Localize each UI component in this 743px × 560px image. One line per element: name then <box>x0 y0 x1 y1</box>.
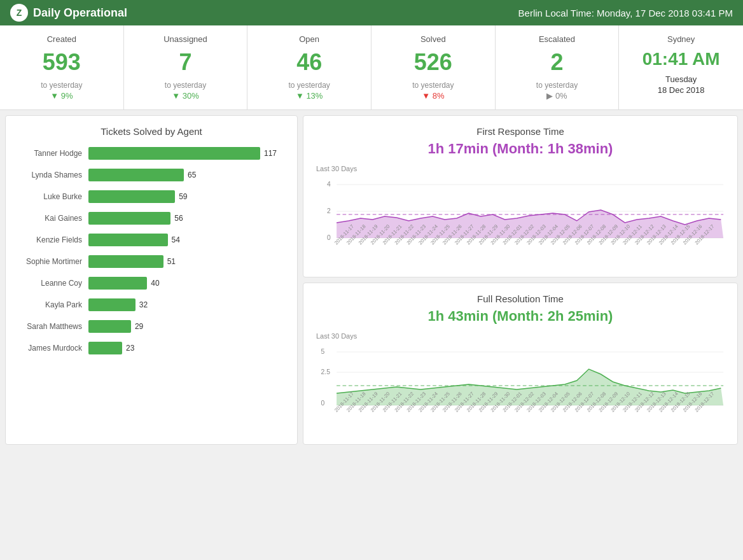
kpi-compare-open: to yesterday <box>254 81 365 90</box>
kpi-compare-created: to yesterday <box>6 81 117 90</box>
bar-row: Tanner Hodge117 <box>18 147 284 160</box>
bar-label: Sophie Mortimer <box>18 257 88 266</box>
kpi-label-solved: Solved <box>378 34 489 44</box>
bar-container: 56 <box>88 212 284 225</box>
logo-icon: Z <box>10 4 28 22</box>
kpi-card-sydney: Sydney01:41 AMTuesday18 Dec 2018 <box>619 25 743 109</box>
bar <box>88 169 184 181</box>
bar-container: 29 <box>88 320 284 333</box>
kpi-card-escalated: Escalated2to yesterday▶ 0% <box>496 25 620 109</box>
bar <box>88 255 163 268</box>
full-resolution-metric: 1h 43min (Month: 2h 25min) <box>316 308 725 325</box>
bar-value: 51 <box>167 257 176 266</box>
bar-value: 59 <box>179 192 187 201</box>
kpi-card-open: Open46to yesterday▼ 13% <box>247 25 372 109</box>
full-resolution-card: Full Resolution Time 1h 43min (Month: 2h… <box>303 283 738 445</box>
bar-row: Leanne Coy40 <box>18 277 284 290</box>
bar-container: 32 <box>88 298 284 311</box>
bar-value: 117 <box>264 149 277 158</box>
bar-row: Luke Burke59 <box>18 190 284 203</box>
kpi-compare-solved: to yesterday <box>378 81 489 90</box>
agents-panel: Tickets Solved by Agent Tanner Hodge117L… <box>5 115 298 445</box>
full-resolution-title: Full Resolution Time <box>316 293 725 304</box>
first-response-card: First Response Time 1h 17min (Month: 1h … <box>303 115 738 277</box>
svg-text:2.5: 2.5 <box>321 368 330 375</box>
kpi-compare-escalated: to yesterday <box>502 81 613 90</box>
bar-container: 54 <box>88 234 284 246</box>
first-response-sublabel: Last 30 Days <box>316 165 725 172</box>
kpi-value-created: 593 <box>6 49 117 76</box>
bar <box>88 298 135 311</box>
agents-bar-chart: Tanner Hodge117Lynda Shames65Luke Burke5… <box>18 147 284 354</box>
bar <box>88 190 175 203</box>
kpi-value-open: 46 <box>254 49 365 76</box>
kpi-card-created: Created593to yesterday▼ 9% <box>0 25 124 109</box>
bar-row: Sophie Mortimer51 <box>18 255 284 268</box>
bar <box>88 234 168 246</box>
bar <box>88 320 131 333</box>
agents-chart-title: Tickets Solved by Agent <box>18 126 284 137</box>
bar-value: 40 <box>151 279 159 288</box>
bar-value: 65 <box>188 171 196 179</box>
app-title: Daily Operational <box>33 6 127 20</box>
bar-value: 54 <box>172 235 180 244</box>
svg-text:2: 2 <box>327 207 331 214</box>
bar-row: Kenzie Fields54 <box>18 234 284 246</box>
kpi-label-escalated: Escalated <box>502 34 613 44</box>
kpi-label-open: Open <box>254 34 365 44</box>
bar-row: James Murdock23 <box>18 342 284 354</box>
first-response-title: First Response Time <box>316 126 725 137</box>
kpi-change-escalated: ▶ 0% <box>502 91 613 101</box>
kpi-label-unassigned: Unassigned <box>130 34 241 44</box>
bar-value: 56 <box>174 214 183 223</box>
bar <box>88 342 122 354</box>
bar-value: 23 <box>126 344 134 353</box>
kpi-card-solved: Solved526to yesterday▼ 8% <box>372 25 496 109</box>
svg-text:5: 5 <box>321 347 325 355</box>
svg-text:0: 0 <box>327 234 331 241</box>
header: Z Daily Operational Berlin Local Time: M… <box>0 0 743 25</box>
kpi-change-solved: ▼ 8% <box>378 91 489 101</box>
bar-label: Leanne Coy <box>18 279 88 288</box>
kpi-change-open: ▼ 13% <box>254 91 365 101</box>
bar-container: 59 <box>88 190 284 203</box>
kpi-change-unassigned: ▼ 30% <box>130 91 241 101</box>
kpi-value-escalated: 2 <box>502 49 613 76</box>
first-response-chart: 4 2 0 2018-11-17 2018-11-18 2018-11-19 <box>316 175 725 264</box>
bar <box>88 147 260 160</box>
bar-row: Kayla Park32 <box>18 298 284 311</box>
bar-row: Sarah Matthews29 <box>18 320 284 333</box>
full-resolution-chart: 5 2.5 0 2018-11-17 2018-11-18 2018-11-19 <box>316 342 725 431</box>
bar-container: 65 <box>88 169 284 181</box>
kpi-label-sydney: Sydney <box>625 34 737 44</box>
bar-label: Tanner Hodge <box>18 149 88 158</box>
bar-label: Kai Gaines <box>18 214 88 223</box>
bar-label: Sarah Matthews <box>18 322 88 331</box>
bar <box>88 277 147 290</box>
kpi-label-created: Created <box>6 34 117 44</box>
kpi-card-unassigned: Unassigned7to yesterday▼ 30% <box>124 25 248 109</box>
bar-value: 29 <box>135 322 143 331</box>
kpi-sydney-date2: 18 Dec 2018 <box>625 85 737 95</box>
svg-text:0: 0 <box>321 399 325 407</box>
bar-label: Kenzie Fields <box>18 235 88 244</box>
bar <box>88 212 170 225</box>
kpi-value-solved: 526 <box>378 49 489 76</box>
bar-row: Kai Gaines56 <box>18 212 284 225</box>
bar-container: 23 <box>88 342 284 354</box>
bar-row: Lynda Shames65 <box>18 169 284 181</box>
header-time: Berlin Local Time: Monday, 17 Dec 2018 0… <box>518 8 733 18</box>
bar-value: 32 <box>139 300 148 309</box>
bar-container: 40 <box>88 277 284 290</box>
kpi-value-sydney: 01:41 AM <box>625 49 737 69</box>
kpi-sydney-date: Tuesday <box>625 74 737 84</box>
main-content: Tickets Solved by Agent Tanner Hodge117L… <box>0 110 743 450</box>
svg-text:4: 4 <box>327 180 331 188</box>
first-response-metric: 1h 17min (Month: 1h 38min) <box>316 141 725 157</box>
full-resolution-sublabel: Last 30 Days <box>316 332 725 340</box>
bar-label: Luke Burke <box>18 192 88 201</box>
kpi-change-created: ▼ 9% <box>6 91 117 101</box>
app-logo: Z Daily Operational <box>10 4 518 22</box>
kpi-compare-unassigned: to yesterday <box>130 81 241 90</box>
bar-label: James Murdock <box>18 344 88 353</box>
